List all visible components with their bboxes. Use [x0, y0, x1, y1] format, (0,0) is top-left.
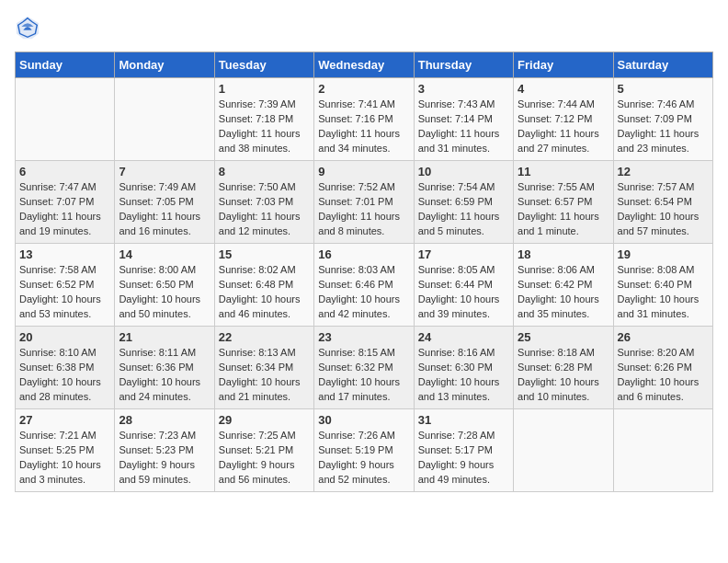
sunset: Sunset: 6:26 PM	[618, 362, 692, 373]
sunset: Sunset: 7:18 PM	[219, 113, 293, 124]
sunset: Sunset: 7:14 PM	[418, 113, 493, 124]
day-detail: Sunrise: 8:10 AMSunset: 6:38 PMDaylight:…	[19, 346, 110, 405]
sunrise: Sunrise: 8:16 AM	[418, 347, 495, 358]
day-detail: Sunrise: 7:47 AMSunset: 7:07 PMDaylight:…	[19, 180, 110, 239]
day-detail: Sunrise: 8:15 AMSunset: 6:32 PMDaylight:…	[318, 346, 409, 405]
sunset: Sunset: 6:57 PM	[518, 196, 592, 207]
day-number: 17	[418, 247, 509, 261]
sunrise: Sunrise: 7:58 AM	[19, 264, 97, 275]
sunrise: Sunrise: 7:47 AM	[19, 181, 97, 192]
sunset: Sunset: 6:48 PM	[219, 279, 293, 290]
sunset: Sunset: 6:34 PM	[219, 362, 293, 373]
day-number: 26	[618, 330, 709, 344]
sunrise: Sunrise: 8:11 AM	[119, 347, 196, 358]
sunset: Sunset: 5:25 PM	[19, 444, 94, 455]
calendar-day-cell: 14Sunrise: 8:00 AMSunset: 6:50 PMDayligh…	[115, 244, 214, 327]
day-detail: Sunrise: 7:41 AMSunset: 7:16 PMDaylight:…	[318, 98, 409, 156]
sunset: Sunset: 6:59 PM	[418, 196, 493, 207]
calendar-day-cell	[514, 409, 613, 492]
calendar-week-row: 6Sunrise: 7:47 AMSunset: 7:07 PMDaylight…	[16, 161, 713, 244]
daylight: Daylight: 10 hours and 6 minutes.	[618, 376, 700, 402]
sunset: Sunset: 7:03 PM	[219, 196, 293, 207]
logo	[15, 15, 44, 40]
daylight: Daylight: 10 hours and 35 minutes.	[518, 293, 599, 319]
sunrise: Sunrise: 8:20 AM	[618, 347, 695, 358]
sunset: Sunset: 6:32 PM	[318, 362, 392, 373]
day-detail: Sunrise: 8:11 AMSunset: 6:36 PMDaylight:…	[119, 346, 210, 405]
sunset: Sunset: 6:36 PM	[119, 362, 193, 373]
daylight: Daylight: 10 hours and 21 minutes.	[219, 376, 301, 402]
day-of-week-header: Wednesday	[314, 52, 414, 78]
daylight: Daylight: 11 hours and 19 minutes.	[19, 211, 101, 236]
day-number: 5	[618, 82, 709, 96]
sunrise: Sunrise: 8:05 AM	[418, 264, 495, 275]
day-number: 7	[119, 165, 210, 178]
calendar-day-cell: 25Sunrise: 8:18 AMSunset: 6:28 PMDayligh…	[514, 327, 613, 409]
sunset: Sunset: 6:46 PM	[318, 279, 392, 290]
sunrise: Sunrise: 7:23 AM	[119, 430, 196, 441]
sunset: Sunset: 7:12 PM	[518, 113, 592, 124]
calendar-header-row: SundayMondayTuesdayWednesdayThursdayFrid…	[16, 52, 713, 78]
day-number: 10	[418, 165, 509, 178]
day-number: 2	[318, 82, 409, 96]
calendar-week-row: 1Sunrise: 7:39 AMSunset: 7:18 PMDaylight…	[16, 78, 713, 161]
daylight: Daylight: 11 hours and 23 minutes.	[618, 128, 700, 154]
daylight: Daylight: 11 hours and 8 minutes.	[318, 211, 400, 236]
day-of-week-header: Tuesday	[214, 52, 313, 78]
sunset: Sunset: 6:40 PM	[618, 279, 692, 290]
daylight: Daylight: 9 hours and 52 minutes.	[318, 459, 394, 485]
day-detail: Sunrise: 7:49 AMSunset: 7:05 PMDaylight:…	[119, 180, 210, 239]
day-number: 16	[318, 247, 409, 261]
day-detail: Sunrise: 7:58 AMSunset: 6:52 PMDaylight:…	[19, 263, 110, 322]
sunrise: Sunrise: 7:21 AM	[19, 430, 97, 441]
sunset: Sunset: 7:16 PM	[318, 113, 392, 124]
sunrise: Sunrise: 7:54 AM	[418, 181, 495, 192]
calendar-day-cell: 13Sunrise: 7:58 AMSunset: 6:52 PMDayligh…	[16, 244, 115, 327]
sunrise: Sunrise: 7:55 AM	[518, 181, 595, 192]
daylight: Daylight: 11 hours and 38 minutes.	[219, 128, 301, 154]
day-number: 30	[318, 413, 409, 427]
sunrise: Sunrise: 7:25 AM	[219, 430, 296, 441]
day-detail: Sunrise: 8:00 AMSunset: 6:50 PMDaylight:…	[119, 263, 210, 322]
daylight: Daylight: 9 hours and 56 minutes.	[219, 459, 295, 485]
day-number: 31	[418, 413, 509, 427]
sunrise: Sunrise: 7:26 AM	[318, 430, 395, 441]
daylight: Daylight: 10 hours and 46 minutes.	[219, 293, 301, 319]
sunset: Sunset: 6:50 PM	[119, 279, 193, 290]
day-detail: Sunrise: 8:03 AMSunset: 6:46 PMDaylight:…	[318, 263, 409, 322]
calendar-day-cell	[16, 78, 115, 161]
daylight: Daylight: 10 hours and 17 minutes.	[318, 376, 400, 402]
calendar-day-cell: 15Sunrise: 8:02 AMSunset: 6:48 PMDayligh…	[214, 244, 313, 327]
calendar-day-cell: 24Sunrise: 8:16 AMSunset: 6:30 PMDayligh…	[414, 327, 513, 409]
day-of-week-header: Saturday	[613, 52, 712, 78]
day-detail: Sunrise: 7:55 AMSunset: 6:57 PMDaylight:…	[518, 180, 609, 239]
day-number: 29	[219, 413, 310, 427]
sunrise: Sunrise: 7:49 AM	[119, 181, 196, 192]
sunrise: Sunrise: 8:03 AM	[318, 264, 395, 275]
day-number: 19	[618, 247, 709, 261]
day-number: 23	[318, 330, 409, 344]
sunset: Sunset: 7:05 PM	[119, 196, 193, 207]
daylight: Daylight: 10 hours and 24 minutes.	[119, 376, 200, 402]
sunrise: Sunrise: 8:18 AM	[518, 347, 595, 358]
sunset: Sunset: 6:54 PM	[618, 196, 692, 207]
day-detail: Sunrise: 7:25 AMSunset: 5:21 PMDaylight:…	[219, 429, 310, 488]
calendar-day-cell: 16Sunrise: 8:03 AMSunset: 6:46 PMDayligh…	[314, 244, 414, 327]
daylight: Daylight: 10 hours and 57 minutes.	[618, 211, 700, 236]
sunset: Sunset: 5:19 PM	[318, 444, 392, 455]
day-number: 11	[518, 165, 609, 178]
day-detail: Sunrise: 8:20 AMSunset: 6:26 PMDaylight:…	[618, 346, 709, 405]
calendar-day-cell: 30Sunrise: 7:26 AMSunset: 5:19 PMDayligh…	[314, 409, 414, 492]
sunrise: Sunrise: 7:43 AM	[418, 98, 495, 109]
sunrise: Sunrise: 8:02 AM	[219, 264, 296, 275]
day-detail: Sunrise: 7:44 AMSunset: 7:12 PMDaylight:…	[518, 98, 609, 156]
calendar-week-row: 27Sunrise: 7:21 AMSunset: 5:25 PMDayligh…	[16, 409, 713, 492]
sunset: Sunset: 7:01 PM	[318, 196, 392, 207]
day-number: 14	[119, 247, 210, 261]
daylight: Daylight: 11 hours and 31 minutes.	[418, 128, 500, 154]
day-detail: Sunrise: 8:06 AMSunset: 6:42 PMDaylight:…	[518, 263, 609, 322]
calendar-day-cell: 31Sunrise: 7:28 AMSunset: 5:17 PMDayligh…	[414, 409, 513, 492]
day-detail: Sunrise: 7:21 AMSunset: 5:25 PMDaylight:…	[19, 429, 110, 488]
sunset: Sunset: 5:17 PM	[418, 444, 493, 455]
day-detail: Sunrise: 7:57 AMSunset: 6:54 PMDaylight:…	[618, 180, 709, 239]
